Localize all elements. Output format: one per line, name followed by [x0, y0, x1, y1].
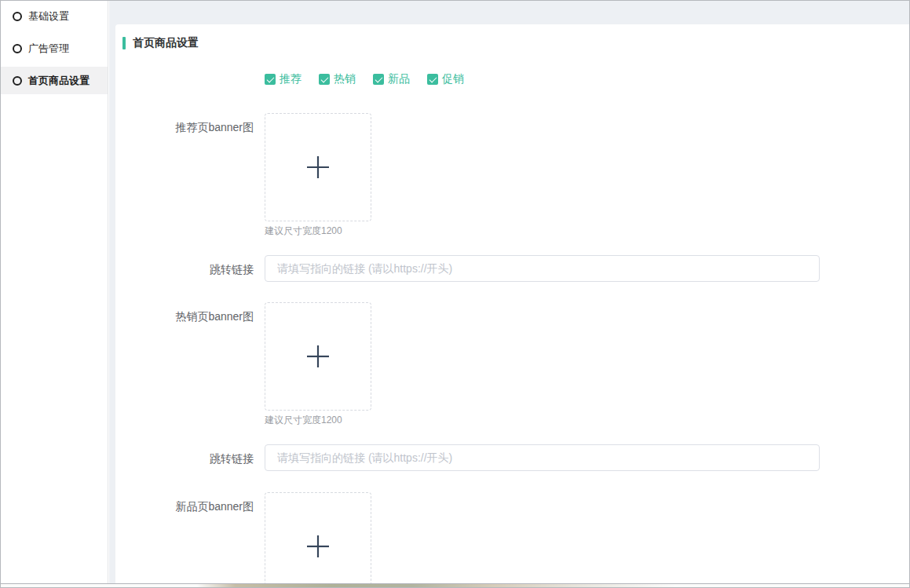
checkbox-label: 促销 — [442, 72, 464, 86]
below-fold-image-sliver — [197, 584, 676, 587]
plus-icon — [306, 535, 330, 558]
size-hint: 建议尺寸宽度1200 — [265, 225, 342, 238]
link-label: 跳转链接 — [115, 263, 254, 277]
category-checkbox-row: 推荐 热销 新品 促销 — [265, 72, 481, 86]
accent-bar — [122, 37, 126, 49]
sidebar-item-label: 基础设置 — [28, 9, 69, 24]
recommended-banner-label: 推荐页banner图 — [115, 121, 254, 135]
recommended-link-input[interactable] — [265, 255, 820, 282]
checkbox-checked-icon — [319, 74, 330, 85]
recommended-banner-upload[interactable] — [265, 113, 371, 221]
new-product-banner-upload[interactable] — [265, 492, 371, 584]
plus-icon — [306, 155, 330, 179]
hot-sale-link-input[interactable] — [265, 444, 820, 471]
plus-icon — [306, 345, 330, 368]
sidebar-item-ad-management[interactable]: 广告管理 — [1, 35, 108, 62]
checkbox-promotion[interactable]: 促销 — [427, 72, 464, 86]
sidebar-item-label: 首页商品设置 — [28, 74, 90, 88]
settings-sidebar: 基础设置 广告管理 首页商品设置 — [1, 1, 108, 584]
checkbox-label: 热销 — [334, 72, 356, 86]
sidebar-item-home-product-settings[interactable]: 首页商品设置 — [1, 67, 108, 94]
radio-circle-icon — [13, 76, 22, 86]
checkbox-label: 新品 — [388, 72, 410, 86]
below-fold-strip — [1, 584, 909, 587]
checkbox-hot-sale[interactable]: 热销 — [319, 72, 356, 86]
link-label: 跳转链接 — [115, 452, 254, 466]
new-product-banner-label: 新品页banner图 — [115, 500, 254, 514]
radio-circle-icon — [13, 44, 22, 53]
hot-sale-banner-upload[interactable] — [265, 302, 371, 411]
checkbox-checked-icon — [265, 74, 276, 85]
content-area: 首页商品设置 推荐 热销 新品 促销 — [109, 1, 909, 584]
checkbox-checked-icon — [373, 74, 384, 85]
checkbox-label: 推荐 — [280, 72, 302, 86]
radio-circle-icon — [13, 12, 22, 21]
size-hint: 建议尺寸宽度1200 — [265, 414, 342, 427]
sidebar-item-basic-settings[interactable]: 基础设置 — [1, 2, 108, 30]
checkbox-recommended[interactable]: 推荐 — [265, 72, 302, 86]
page-title: 首页商品设置 — [133, 36, 199, 50]
checkbox-checked-icon — [427, 74, 438, 85]
sidebar-item-label: 广告管理 — [28, 42, 69, 56]
hot-sale-banner-label: 热销页banner图 — [115, 310, 254, 324]
admin-settings-page: 基础设置 广告管理 首页商品设置 首页商品设置 推荐 — [0, 0, 910, 588]
section-header: 首页商品设置 — [122, 36, 199, 50]
checkbox-new-product[interactable]: 新品 — [373, 72, 410, 86]
home-product-settings-card: 首页商品设置 推荐 热销 新品 促销 — [115, 24, 909, 584]
